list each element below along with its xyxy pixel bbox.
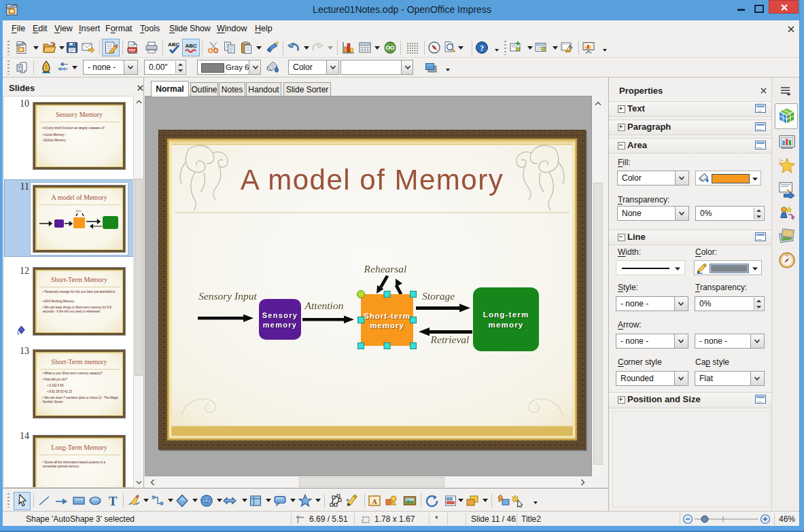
svg-text:ABC: ABC <box>186 43 198 49</box>
svg-text:A: A <box>372 498 377 506</box>
svg-text:?: ? <box>480 43 484 53</box>
svg-text:PDF: PDF <box>128 48 135 52</box>
svg-text:T: T <box>109 494 118 508</box>
svg-text:N: N <box>786 254 788 258</box>
svg-text:Reh.: Reh. <box>75 209 82 213</box>
